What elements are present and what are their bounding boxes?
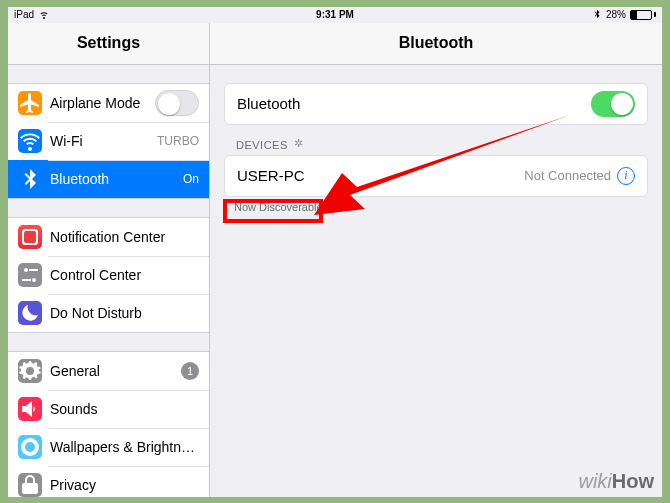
device-name: iPad xyxy=(14,9,34,20)
wifi-icon xyxy=(18,129,42,153)
control-center-icon xyxy=(18,263,42,287)
notification-icon xyxy=(18,225,42,249)
hand-icon xyxy=(18,473,42,497)
wifi-network-name: TURBO xyxy=(157,134,199,148)
sidebar-item-control-center[interactable]: Control Center xyxy=(8,256,209,294)
settings-app: iPad 9:31 PM 28% Settings Bluetooth Airp… xyxy=(8,7,662,497)
devices-header: DEVICES xyxy=(210,125,662,155)
svg-point-2 xyxy=(24,268,28,272)
info-icon[interactable]: i xyxy=(617,167,635,185)
searching-spinner-icon xyxy=(294,139,306,151)
detail-pane: Bluetooth DEVICES USER-PC Not Connected … xyxy=(210,65,662,497)
status-bar: iPad 9:31 PM 28% xyxy=(8,7,662,23)
sidebar-title: Settings xyxy=(8,23,210,65)
speaker-icon xyxy=(18,397,42,421)
discoverable-text: Now Discoverable xyxy=(210,197,662,213)
clock: 9:31 PM xyxy=(316,9,354,20)
sidebar-item-do-not-disturb[interactable]: Do Not Disturb xyxy=(8,294,209,332)
sidebar-item-sounds[interactable]: Sounds xyxy=(8,390,209,428)
sidebar-item-notification-center[interactable]: Notification Center xyxy=(8,218,209,256)
sidebar-item-privacy[interactable]: Privacy xyxy=(8,466,209,497)
device-row[interactable]: USER-PC Not Connected i xyxy=(225,156,647,196)
sidebar-item-label: Privacy xyxy=(50,477,199,493)
moon-icon xyxy=(18,301,42,325)
gear-icon xyxy=(18,359,42,383)
sidebar-item-airplane-mode[interactable]: Airplane Mode xyxy=(8,84,209,122)
svg-rect-3 xyxy=(29,269,38,271)
battery-pct: 28% xyxy=(606,9,626,20)
battery-icon xyxy=(630,10,656,20)
bluetooth-status-icon xyxy=(592,9,602,21)
airplane-toggle[interactable] xyxy=(155,90,199,116)
sidebar-item-label: Wallpapers & Brightness xyxy=(50,439,199,455)
sidebar-item-bluetooth[interactable]: Bluetooth On xyxy=(8,160,209,198)
sidebar-item-label: General xyxy=(50,363,181,379)
bluetooth-icon xyxy=(18,167,42,191)
device-state: Not Connected xyxy=(524,168,611,183)
device-name: USER-PC xyxy=(237,167,524,184)
sidebar-item-label: Wi-Fi xyxy=(50,133,157,149)
wallpaper-icon xyxy=(18,435,42,459)
svg-point-4 xyxy=(32,278,36,282)
sidebar-item-label: Control Center xyxy=(50,267,199,283)
bluetooth-toggle-row[interactable]: Bluetooth xyxy=(225,84,647,124)
wikihow-watermark: wikiHow xyxy=(578,470,654,493)
detail-title: Bluetooth xyxy=(210,23,662,65)
svg-rect-5 xyxy=(22,279,31,281)
sidebar-item-label: Bluetooth xyxy=(50,171,183,187)
svg-rect-1 xyxy=(24,231,36,243)
sidebar-item-label: Notification Center xyxy=(50,229,199,245)
sidebar-item-general[interactable]: General 1 xyxy=(8,352,209,390)
svg-point-7 xyxy=(25,442,35,452)
sidebar-item-wifi[interactable]: Wi-Fi TURBO xyxy=(8,122,209,160)
wifi-icon xyxy=(38,8,50,22)
airplane-icon xyxy=(18,91,42,115)
toggle-label: Bluetooth xyxy=(237,95,591,112)
bluetooth-state: On xyxy=(183,172,199,186)
sidebar-item-wallpapers[interactable]: Wallpapers & Brightness xyxy=(8,428,209,466)
settings-sidebar: Airplane Mode Wi-Fi TURBO Bluetooth On xyxy=(8,65,210,497)
sidebar-item-label: Sounds xyxy=(50,401,199,417)
update-badge: 1 xyxy=(181,362,199,380)
bluetooth-toggle[interactable] xyxy=(591,91,635,117)
sidebar-item-label: Airplane Mode xyxy=(50,95,155,111)
sidebar-item-label: Do Not Disturb xyxy=(50,305,199,321)
